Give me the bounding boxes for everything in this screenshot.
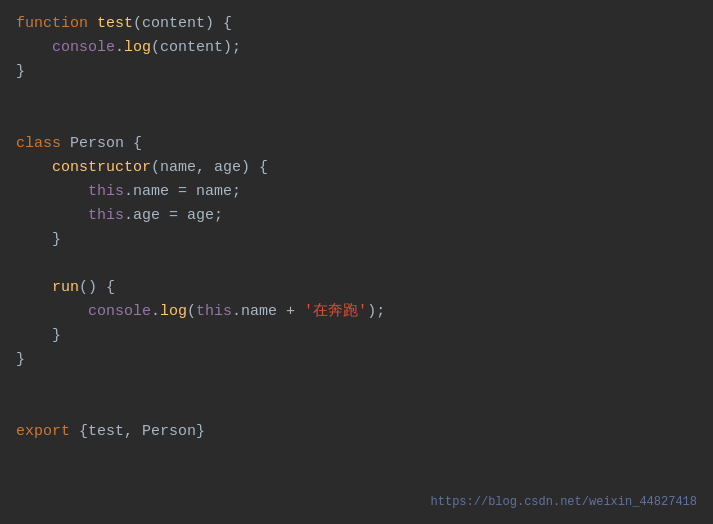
code-content: function test(content) { console.log(con… [16,12,697,444]
code-line: } [16,228,697,252]
code-line: run() { [16,276,697,300]
code-line: function test(content) { [16,12,697,36]
code-line: this.name = name; [16,180,697,204]
code-line: constructor(name, age) { [16,156,697,180]
code-line [16,372,697,396]
code-line: } [16,348,697,372]
code-line: console.log(this.name + '在奔跑'); [16,300,697,324]
code-line: class Person { [16,132,697,156]
source-url: https://blog.csdn.net/weixin_44827418 [431,493,697,512]
code-line: console.log(content); [16,36,697,60]
code-line: } [16,60,697,84]
code-line [16,84,697,108]
code-line: export {test, Person} [16,420,697,444]
code-line: } [16,324,697,348]
code-line [16,252,697,276]
code-line [16,396,697,420]
code-line: this.age = age; [16,204,697,228]
code-line [16,108,697,132]
code-editor: function test(content) { console.log(con… [0,0,713,524]
